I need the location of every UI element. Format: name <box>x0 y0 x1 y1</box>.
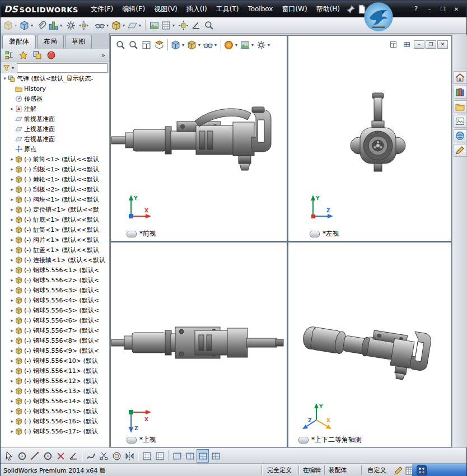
menu-tools[interactable]: 工具(T) <box>212 2 244 16</box>
expand-caret-icon[interactable]: ▸ <box>9 207 15 212</box>
propertymanager-tab[interactable] <box>17 49 29 62</box>
menu-window[interactable]: 窗口(W) <box>277 2 311 16</box>
expand-caret-icon[interactable]: ▸ <box>9 227 15 232</box>
tree-item[interactable]: ▸ (-) 钢球5.556<17> (默认 <box>1 426 109 436</box>
expand-caret-icon[interactable]: ▸ <box>9 257 15 263</box>
circle-button[interactable] <box>41 449 54 463</box>
tab-assembly[interactable]: 装配体 <box>2 35 36 49</box>
graphics-area[interactable]: Y X *前视 <box>110 35 452 447</box>
custom-properties-button[interactable] <box>454 144 467 157</box>
exploded-view-button[interactable] <box>177 18 189 32</box>
viewport-left[interactable]: Y Z *左视 <box>288 36 451 241</box>
expand-caret-icon[interactable]: ▸ <box>9 368 15 374</box>
expand-caret-icon[interactable]: ▸ <box>9 156 15 162</box>
tree-item[interactable]: ▸ (-) 连接轴<1> (默认<<默认 <box>1 255 109 265</box>
bill-of-materials-button[interactable]: ▾ <box>161 18 176 32</box>
viewport-front[interactable]: Y X *前视 <box>111 36 287 241</box>
tree-item[interactable]: ▸ (-) 钢球5.556<11> (默认 <box>1 366 109 376</box>
taskbar-icon[interactable] <box>417 465 427 475</box>
menu-view[interactable]: 视图(V) <box>150 2 182 16</box>
tree-filter-input[interactable] <box>17 63 108 73</box>
tree-item[interactable]: ▸ (-) 钢球5.556<8> (默认< <box>1 335 109 346</box>
previous-view-button[interactable] <box>140 38 152 52</box>
reference-geometry-button[interactable]: ▾ <box>127 18 143 32</box>
expand-caret-icon[interactable]: ▸ <box>9 106 15 111</box>
expand-caret-icon[interactable]: ▸ <box>9 358 15 363</box>
menu-toolbox[interactable]: Toolbox <box>243 3 277 15</box>
tile-panes-button[interactable] <box>387 39 399 49</box>
tree-item[interactable]: ▸ (-) 缸盖<1> (默认<<默认 <box>1 245 109 255</box>
tree-item[interactable]: ▸ (-) 刮板<2> (默认<<默认 <box>1 184 109 194</box>
collapse-caret-icon[interactable]: ▾ <box>2 76 8 81</box>
viewport-top[interactable]: X Z *上视 <box>111 242 287 447</box>
insert-components-button[interactable]: ▾ <box>19 18 35 32</box>
expand-caret-icon[interactable]: ▸ <box>9 398 15 404</box>
expand-caret-icon[interactable]: ▸ <box>9 418 15 424</box>
expand-caret-icon[interactable]: ▸ <box>9 318 15 323</box>
new-motion-study-button[interactable] <box>148 18 160 32</box>
doc-minimize-button[interactable]: – <box>414 40 424 49</box>
tree-item[interactable]: ▸ (-) 钢球5.556<14> (默认 <box>1 396 109 406</box>
move-component-button[interactable] <box>77 18 90 32</box>
viewport-isometric[interactable]: Y X Z *上下二等角轴测 <box>288 242 451 447</box>
restore-button[interactable]: ❐ <box>436 4 450 14</box>
solidworks-resources-button[interactable] <box>454 71 467 84</box>
expand-caret-icon[interactable]: ▸ <box>9 348 15 353</box>
design-library-button[interactable] <box>454 86 467 99</box>
view-orientation-button[interactable]: ▾ <box>170 38 186 52</box>
expand-caret-icon[interactable]: ▸ <box>9 378 15 384</box>
section-view-button[interactable] <box>153 38 165 52</box>
status-custom-button[interactable]: 自定义 <box>361 465 392 475</box>
tree-item[interactable]: 前视基准面 <box>1 114 109 124</box>
tree-item[interactable]: ▸ (-) 钢球5.556<4> (默认< <box>1 295 109 305</box>
tab-sketch[interactable]: 草图 <box>65 35 92 49</box>
zoom-fit-button[interactable] <box>114 38 127 52</box>
menu-insert[interactable]: 插入(I) <box>182 2 212 16</box>
tree-item[interactable]: ▸ (-) 钢球5.556<16> (默认 <box>1 416 109 426</box>
select-button[interactable] <box>3 449 15 463</box>
expand-caret-icon[interactable]: ▸ <box>9 186 15 192</box>
interference-detection-button[interactable] <box>203 18 215 32</box>
link-views-button[interactable] <box>209 449 222 463</box>
tree-item[interactable]: 原点 <box>1 144 109 154</box>
tree-item[interactable]: 上视基准面 <box>1 124 109 134</box>
expand-caret-icon[interactable]: ▸ <box>9 428 15 434</box>
menu-help[interactable]: 帮助(H) <box>312 2 344 16</box>
tree-item[interactable]: ▸ (-) 阀片<1> (默认<<默认 <box>1 235 109 245</box>
expand-caret-icon[interactable]: ▸ <box>9 267 15 273</box>
view-settings-button[interactable]: ▾ <box>256 38 272 52</box>
view-palette-button[interactable] <box>454 115 467 128</box>
zoom-area-button[interactable] <box>127 38 139 52</box>
doc-close-button[interactable]: ✕ <box>437 40 448 49</box>
help-button[interactable]: ? <box>409 3 423 15</box>
tree-item[interactable]: ▸ (-) 钢球5.556<10> (默认 <box>1 356 109 366</box>
close-button[interactable]: ✕ <box>450 4 463 14</box>
featuremanager-tab[interactable] <box>3 49 15 62</box>
offset-entities-button[interactable] <box>110 449 123 463</box>
tree-item[interactable]: ▸ (-) 钢球5.556<7> (默认< <box>1 325 109 335</box>
sketch-fillet-button[interactable] <box>67 449 80 463</box>
expand-caret-icon[interactable]: ▸ <box>9 287 15 293</box>
tree-item[interactable]: 右视基准面 <box>1 134 109 144</box>
smart-fasteners-button[interactable] <box>64 18 77 32</box>
tree-item[interactable]: ▸ (-) 前筒<1> (默认<<默认 <box>1 154 109 164</box>
tree-item[interactable]: ▸ (-) 钢球5.556<15> (默认 <box>1 406 109 416</box>
file-explorer-button[interactable] <box>454 100 467 113</box>
apply-scene-button[interactable]: ▾ <box>240 38 255 52</box>
tree-item[interactable]: 传感器 <box>1 94 109 104</box>
expand-caret-icon[interactable]: ▸ <box>9 217 15 222</box>
tab-layout[interactable]: 布局 <box>37 35 64 49</box>
trim-entities-button[interactable] <box>97 449 110 463</box>
hide-show-items-button[interactable]: ▾ <box>203 38 218 52</box>
erase-relations-button[interactable] <box>54 449 67 463</box>
filter-button[interactable]: ▾ <box>2 63 16 73</box>
expand-caret-icon[interactable]: ▸ <box>9 328 15 333</box>
tree-item[interactable]: ▸ (-) 钢球5.556<2> (默认< <box>1 275 109 285</box>
tree-item[interactable]: ▸ (-) 钢球5.556<5> (默认< <box>1 305 109 315</box>
edit-component-button[interactable]: ▾ <box>3 18 18 32</box>
mirror-entities-button[interactable] <box>123 449 136 463</box>
expand-caret-icon[interactable]: ▸ <box>9 297 15 303</box>
tree-item[interactable]: ▸ (-) 阀块<1> (默认<<默认 <box>1 194 109 204</box>
tree-item[interactable]: ▸ (-) 钢球5.556<1> (默认< <box>1 265 109 275</box>
tree-item[interactable]: ▸ (-) 棘轮<1> (默认<<默认 <box>1 174 109 184</box>
